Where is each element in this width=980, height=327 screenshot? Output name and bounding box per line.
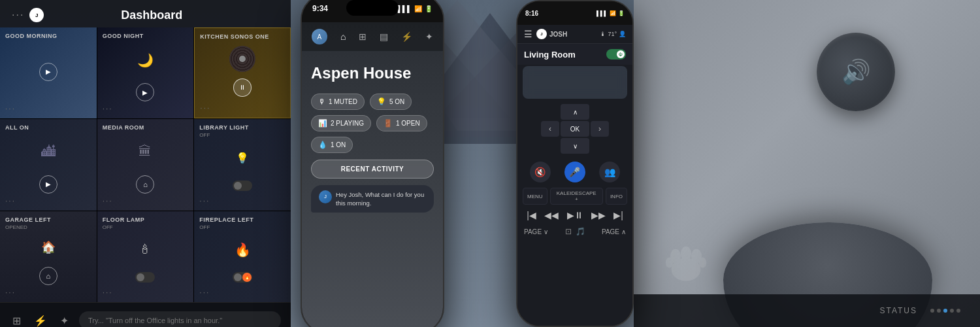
page-up-button[interactable]: PAGE ∧: [602, 228, 626, 235]
scene-home-button[interactable]: ⌂: [136, 175, 154, 194]
open-stat[interactable]: 🚪 1 OPEN: [376, 115, 427, 131]
mute-button[interactable]: 🔇: [530, 162, 551, 182]
room-title: Living Room: [524, 50, 576, 60]
page-down-button[interactable]: PAGE ∨: [524, 228, 548, 235]
dpad-down-button[interactable]: ∨: [561, 138, 589, 154]
play-pause-button[interactable]: ▶⏸: [567, 210, 583, 220]
recent-activity-button[interactable]: RECENT ACTIVITY: [311, 160, 434, 179]
layout-nav-icon[interactable]: ▤: [380, 31, 388, 42]
scene-item[interactable]: ALL ON 🏙 ▶ ···: [0, 119, 97, 210]
water-icon: 💧: [318, 141, 327, 149]
voice-input[interactable]: [79, 311, 281, 327]
hamburger-menu-icon[interactable]: ☰: [524, 29, 532, 39]
scene-grid: GOOD MORNING ▶ ··· GOOD NIGHT 🌙 ▶ ··· KI…: [0, 27, 291, 302]
muted-stat[interactable]: 🎙 1 MUTED: [311, 94, 365, 110]
home-nav-icon[interactable]: ⌂: [340, 31, 346, 42]
moon-icon: 🌙: [137, 52, 154, 68]
lightning-nav-icon[interactable]: ⚡: [31, 312, 50, 328]
playing-icon: 📊: [318, 119, 327, 128]
wifi-icon: 📶: [414, 5, 422, 12]
lights-stat[interactable]: 💡 5 ON: [370, 94, 412, 110]
menu-source-button[interactable]: MENU: [523, 188, 547, 205]
scene-dots: ···: [5, 104, 91, 113]
group-button[interactable]: 👥: [599, 162, 620, 182]
scene-nav-icon[interactable]: ✦: [57, 312, 71, 328]
scene-play-button[interactable]: ▶: [136, 83, 154, 101]
scene-label: LIBRARY LIGHT: [199, 124, 286, 131]
audio-track-icon: 🎵: [576, 227, 585, 236]
prev-track-button[interactable]: |◀: [527, 210, 536, 220]
grid-nav-icon[interactable]: ⊞: [359, 31, 367, 42]
content-blur-area: [523, 66, 627, 99]
next-track-button[interactable]: ▶|: [613, 210, 623, 220]
vinyl-center: [239, 56, 246, 62]
dashboard-panel: ··· J Dashboard GOOD MORNING ▶ ··· GOOD …: [0, 0, 291, 327]
smart-speaker-button: 🔊: [817, 33, 895, 111]
status-dot-1: [930, 309, 934, 313]
lights-count: 5 ON: [389, 98, 404, 105]
scene-item[interactable]: FIREPLACE LEFT OFF 🔥 🔥 ···: [194, 211, 291, 302]
scene-item[interactable]: GOOD NIGHT 🌙 ▶ ···: [97, 27, 194, 118]
right-phone-frame: 8:16 ▌▌▌ 📶 🔋 ☰ J JOSH 🌡 71° 👤: [516, 0, 634, 327]
dpad-up-button[interactable]: ∧: [561, 104, 589, 120]
kaleidescape-source-button[interactable]: KALEIDESCAPE +: [550, 188, 603, 205]
mic-button[interactable]: 🎤: [564, 162, 585, 182]
chat-bubble: J Hey Josh, What can I do for you this m…: [311, 185, 434, 213]
room-power-toggle[interactable]: ⏻: [606, 49, 626, 60]
right-wifi-icon: 📶: [610, 10, 616, 16]
info-source-button[interactable]: INFO: [606, 188, 627, 205]
dpad-row-middle: ‹ OK ›: [541, 121, 609, 137]
light-toggle[interactable]: [135, 272, 155, 283]
scene-nav-icon[interactable]: ✦: [425, 31, 433, 42]
vinyl-record: [229, 46, 255, 72]
light-icon: 💡: [236, 152, 249, 164]
signal-icon: ▌▌▌: [398, 5, 412, 12]
center-phone: 9:34 ▌▌▌ 📶 🔋 A ⌂ ⊞ ▤ ⚡ ✦ Aspen House: [301, 0, 444, 327]
irrigation-stat[interactable]: 💧 1 ON: [311, 137, 353, 153]
subtitle-icon: ⊡: [565, 227, 572, 236]
light-toggle[interactable]: [233, 181, 252, 191]
dpad-right-button[interactable]: ›: [591, 121, 609, 137]
battery-icon: 🔋: [425, 5, 433, 12]
scene-item[interactable]: LIBRARY LIGHT OFF 💡 ···: [194, 119, 291, 210]
fireplace-toggle[interactable]: 🔥: [233, 272, 252, 283]
dpad-left-button[interactable]: ‹: [541, 121, 559, 137]
status-bar: STATUS: [634, 294, 980, 327]
grid-nav-icon[interactable]: ⊞: [10, 312, 24, 328]
scene-label: MEDIA ROOM: [103, 124, 189, 131]
scene-dots: ···: [5, 196, 91, 205]
scene-pause-button[interactable]: ⏸: [233, 78, 252, 97]
scene-play-button[interactable]: ▶: [39, 63, 57, 81]
more-options-icon[interactable]: ···: [12, 9, 24, 21]
playing-count: 2 PLAYING: [331, 120, 364, 127]
bulb-icon: 💡: [377, 97, 386, 106]
josh-badge: J JOSH: [536, 29, 567, 39]
scene-home-button[interactable]: ⌂: [39, 267, 57, 285]
scene-play-button[interactable]: ▶: [39, 175, 57, 194]
scene-sublabel: OFF: [103, 224, 189, 230]
scene-item[interactable]: GARAGE LEFT OPENED 🏠 ⌂ ···: [0, 211, 97, 302]
power-nav-icon[interactable]: ⚡: [401, 31, 412, 42]
scene-label: GOOD MORNING: [5, 33, 91, 39]
room-title-bar: Living Room ⏻: [517, 44, 632, 65]
scene-item[interactable]: MEDIA ROOM 🏛 ⌂ ···: [97, 119, 194, 210]
far-right-area: 🔊 STATUS: [634, 0, 980, 327]
status-label: STATUS: [879, 306, 917, 315]
mic-icon: 🎙: [318, 97, 325, 105]
fast-forward-button[interactable]: ▶▶: [591, 210, 606, 220]
scene-item[interactable]: KITCHEN SONOS ONE ⏸ ···: [194, 27, 291, 118]
scene-item[interactable]: GOOD MORNING ▶ ···: [0, 27, 97, 118]
page-down-arrow: ∨: [544, 228, 548, 235]
rewind-button[interactable]: ◀◀: [544, 210, 559, 220]
scene-item[interactable]: FLOOR LAMP OFF 🕯 ···: [97, 211, 194, 302]
phone-main-content: Aspen House 🎙 1 MUTED 💡 5 ON: [302, 51, 443, 219]
scene-dots: ···: [199, 196, 286, 205]
user-avatar[interactable]: A: [312, 29, 327, 44]
scene-label: FLOOR LAMP: [103, 216, 189, 223]
dpad-ok-button[interactable]: OK: [561, 121, 589, 137]
playing-stat[interactable]: 📊 2 PLAYING: [311, 115, 371, 131]
scene-dots: ···: [199, 288, 286, 297]
status-dot-4: [950, 309, 954, 313]
page-controls: PAGE ∨ ⊡ 🎵 PAGE ∧: [517, 224, 632, 239]
scene-sublabel: OPENED: [5, 224, 91, 230]
